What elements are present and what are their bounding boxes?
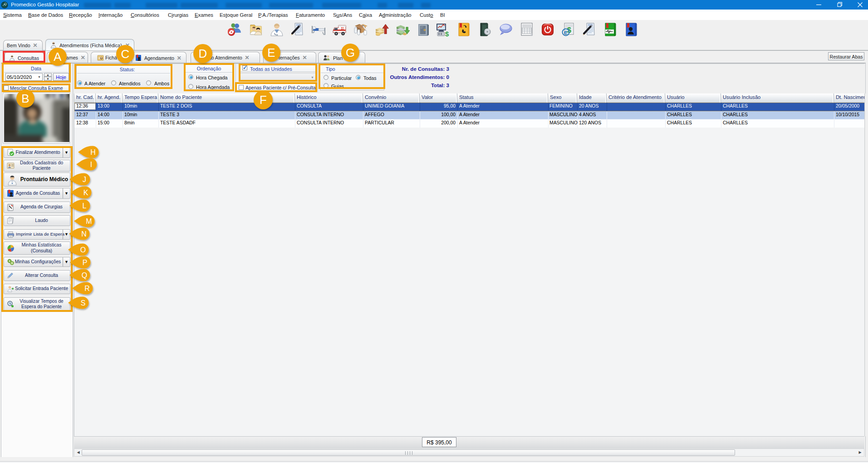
svg-text:Q: Q <box>82 271 87 279</box>
svg-text:K: K <box>83 189 88 197</box>
svg-text:O: O <box>80 246 86 254</box>
svg-text:H: H <box>90 148 96 156</box>
svg-text:P: P <box>83 259 88 266</box>
svg-text:S: S <box>81 299 86 307</box>
svg-text:M: M <box>86 217 92 225</box>
svg-text:L: L <box>83 202 87 210</box>
svg-text:N: N <box>81 230 87 238</box>
svg-text:J: J <box>83 176 86 183</box>
svg-text:I: I <box>90 161 92 168</box>
svg-text:R: R <box>84 285 90 292</box>
